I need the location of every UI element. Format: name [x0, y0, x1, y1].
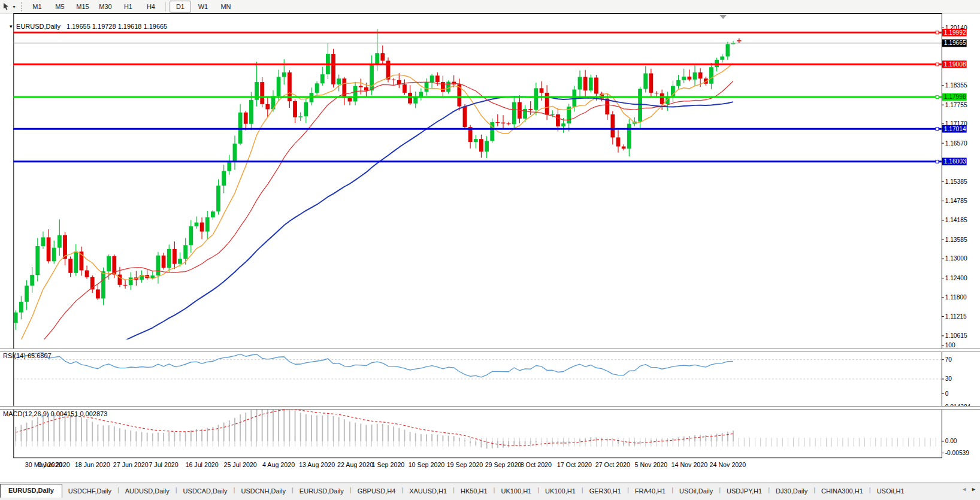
timeframe-button-mn[interactable]: MN [215, 1, 237, 13]
ma-line-slow-ma[interactable] [16, 96, 733, 392]
chart-tab-usoil-h1[interactable]: USOil,H1 [871, 485, 911, 498]
tab-scroll-arrows: ◄► [958, 486, 980, 495]
line-handle[interactable] [936, 128, 939, 131]
rsi-tick-label: 100 [945, 342, 955, 349]
chart-tab-audusd-daily[interactable]: AUDUSD,Daily [119, 485, 176, 498]
timeframe-button-w1[interactable]: W1 [192, 1, 214, 13]
chart-canvas[interactable]: 30 May 20209 Jun 202018 Jun 202027 Jun 2… [0, 13, 980, 483]
chart-shift-marker-icon[interactable] [719, 15, 727, 19]
chart-tabs: EURUSD,DailyUSDCHF,Daily|AUDUSD,Daily|US… [0, 483, 980, 498]
chart-tab-hk50-h1[interactable]: HK50,H1 [455, 485, 494, 498]
line-handle[interactable] [936, 63, 939, 66]
horizontal-line-1.16003[interactable] [13, 160, 942, 163]
chart-tab-usdcad-daily[interactable]: USDCAD,Daily [177, 485, 234, 498]
line-handle[interactable] [936, 31, 939, 34]
chart-tab-ger30-h1[interactable]: GER30,H1 [583, 485, 627, 498]
cursor-dropdown-caret-icon[interactable]: ▼ [12, 5, 16, 9]
timeframe-button-m5[interactable]: M5 [49, 1, 71, 13]
price-tick-label: 1.11800 [945, 294, 967, 301]
price-tick-label: 1.12400 [945, 275, 967, 281]
top-toolbar: ▼ M1M5M15M30H1H4D1W1MN [0, 0, 980, 14]
toolbar-drag-handle[interactable] [21, 2, 22, 11]
price-tick-label: 1.15385 [945, 178, 967, 185]
timeframe-buttons: M1M5M15M30H1H4D1W1MN [26, 1, 237, 13]
cursor-tool-icon[interactable] [2, 2, 11, 11]
price-label-text: 1.17998 [944, 93, 966, 100]
chart-tab-uk100-h1[interactable]: UK100,H1 [539, 485, 582, 498]
price-tick-label: 1.11215 [945, 313, 967, 320]
rsi-tick-label: 30 [945, 375, 952, 382]
timeframe-button-m30[interactable]: M30 [95, 1, 116, 13]
date-label: 10 Sep 2020 [409, 461, 445, 468]
chart-tab-eurusd-daily[interactable]: EURUSD,Daily [294, 485, 350, 498]
price-label-text: 1.19992 [944, 29, 966, 36]
chart-tab-usdjpy-h1[interactable]: USDJPY,H1 [721, 485, 768, 498]
rsi-tick-label: 0 [945, 390, 949, 397]
price-tick-label: 1.13000 [945, 255, 967, 262]
date-label: 13 Aug 2020 [299, 461, 335, 468]
chart-tab-fra40-h1[interactable]: FRA40,H1 [629, 485, 672, 498]
horizontal-line-1.17998[interactable] [13, 96, 942, 99]
date-label: 18 Jun 2020 [75, 461, 110, 468]
pane-splitter-rsi[interactable] [0, 349, 980, 352]
price-tick-label: 1.17755 [945, 102, 967, 108]
price-label-1.17014: 1.17014 [942, 125, 967, 133]
date-label: 1 Sep 2020 [372, 461, 405, 468]
chart-window-frame [14, 13, 942, 457]
price-tick-label: 1.16570 [945, 140, 967, 147]
price-axis[interactable]: 1.201401.183551.177551.171701.165701.153… [942, 25, 967, 340]
chart-collapse-icon[interactable]: ▼ [8, 24, 13, 29]
price-label-1.17998: 1.17998 [942, 93, 967, 101]
price-tick-label: 1.13585 [945, 237, 967, 243]
timeframe-button-h1[interactable]: H1 [117, 1, 139, 13]
chart-tab-eurusd-daily[interactable]: EURUSD,Daily [0, 484, 62, 498]
chart-tab-usoil-daily[interactable]: USOil,Daily [673, 485, 719, 498]
macd-pane [15, 406, 734, 449]
mt4-terminal: { "toolbar": { "timeframes": [ {"label":… [0, 0, 980, 500]
chart-symbol-period: EURUSD,Daily [16, 23, 61, 30]
price-label-text: 1.16003 [944, 158, 966, 165]
rsi-indicator-label: RSI(14) 65.6807 [3, 352, 52, 359]
chart-tab-usdcnh-daily[interactable]: USDCNH,Daily [235, 485, 292, 498]
line-handle[interactable] [936, 160, 939, 163]
macd-axis[interactable]: 0.0143840.00-0.00539 [942, 404, 971, 456]
chart-tab-bar: EURUSD,DailyUSDCHF,Daily|AUDUSD,Daily|US… [0, 483, 980, 500]
timeframe-button-d1[interactable]: D1 [170, 1, 191, 13]
timeframe-button-m15[interactable]: M15 [72, 1, 93, 13]
price-label-1.19992: 1.19992 [942, 29, 967, 37]
date-label: 14 Nov 2020 [672, 461, 708, 468]
chart-tab-usdchf-daily[interactable]: USDCHF,Daily [62, 485, 117, 498]
date-label: 27 Oct 2020 [595, 461, 630, 468]
date-label: 29 Sep 2020 [485, 461, 522, 468]
toolbar-separator [165, 2, 166, 11]
pane-splitter-macd[interactable] [0, 406, 980, 410]
date-label: 9 Jun 2020 [38, 461, 70, 468]
tab-scroll-right-icon[interactable]: ► [971, 486, 976, 492]
date-label: 17 Oct 2020 [557, 461, 592, 468]
date-label: 4 Aug 2020 [262, 461, 295, 468]
horizontal-line-1.17014[interactable] [13, 128, 942, 131]
horizontal-line-1.19992[interactable] [13, 31, 942, 34]
rsi-pane [13, 353, 942, 379]
ma-line-fast-ma[interactable] [16, 63, 733, 348]
time-axis[interactable]: 30 May 20209 Jun 202018 Jun 202027 Jun 2… [16, 438, 941, 468]
price-tick-label: 1.14185 [945, 217, 967, 223]
date-label: 5 Nov 2020 [635, 461, 668, 468]
timeframe-button-m1[interactable]: M1 [26, 1, 48, 13]
price-tick-label: 1.18355 [945, 82, 967, 89]
ma-line-mid-ma[interactable] [16, 81, 733, 377]
horizontal-line-1.19008[interactable] [13, 63, 942, 66]
chart-tab-uk100-h1[interactable]: UK100,H1 [495, 485, 537, 498]
chart-tab-dj30-daily[interactable]: DJ30,Daily [770, 485, 813, 498]
price-label-1.19665: 1.19665 [942, 40, 967, 47]
rsi-tick-label: 70 [945, 356, 952, 363]
tab-scroll-left-icon[interactable]: ◄ [961, 486, 967, 492]
macd-indicator-label: MACD(12,26,9) 0.004151 0.002873 [3, 410, 107, 417]
timeframe-button-h4[interactable]: H4 [140, 1, 162, 13]
chart-tab-xauusd-h1[interactable]: XAUUSD,H1 [403, 485, 453, 498]
price-label-text: 1.19008 [944, 61, 966, 68]
line-handle[interactable] [936, 96, 939, 99]
date-label: 16 Jul 2020 [185, 461, 218, 468]
chart-tab-china300-h1[interactable]: CHINA300,H1 [815, 485, 869, 498]
chart-tab-gbpusd-h4[interactable]: GBPUSD,H4 [352, 485, 402, 498]
